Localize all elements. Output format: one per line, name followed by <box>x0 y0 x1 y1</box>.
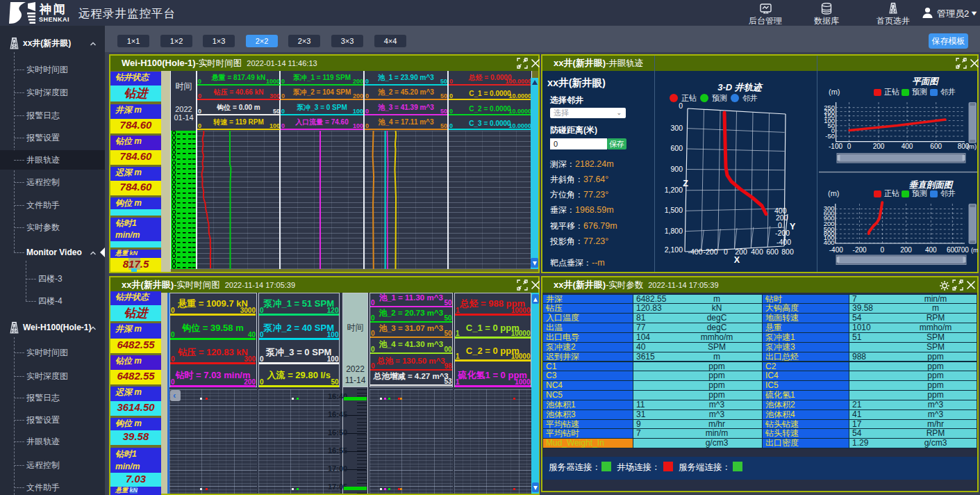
svg-text:0: 0 <box>881 246 885 254</box>
svg-text:1,500: 1,500 <box>665 206 683 214</box>
svg-text:200: 200 <box>900 246 912 254</box>
svg-text:Z: Z <box>683 179 688 188</box>
svg-text:(m): (m) <box>829 88 840 96</box>
svg-text:700: 700 <box>957 246 969 254</box>
svg-text:600: 600 <box>930 143 942 150</box>
svg-text:(m): (m) <box>828 189 840 197</box>
svg-text:正钻: 正钻 <box>681 94 697 102</box>
svg-text:(m): (m) <box>967 143 977 150</box>
svg-text:-400: -400 <box>829 246 843 254</box>
svg-text:预测: 预测 <box>712 94 727 102</box>
svg-text:预测: 预测 <box>912 189 927 197</box>
svg-text:Y: Y <box>790 222 796 232</box>
svg-text:X: X <box>734 255 740 265</box>
svg-text:平面图: 平面图 <box>912 76 939 86</box>
svg-text:-200: -200 <box>853 246 867 254</box>
svg-text:900: 900 <box>670 165 683 173</box>
svg-text:0: 0 <box>679 102 683 110</box>
svg-text:正钻: 正钻 <box>884 189 899 197</box>
svg-text:-100: -100 <box>829 143 842 150</box>
svg-text:垂直剖面图: 垂直剖面图 <box>909 180 954 190</box>
svg-text:正钻: 正钻 <box>884 88 899 96</box>
svg-text:预测: 预测 <box>912 88 927 96</box>
svg-text:400: 400 <box>902 143 913 150</box>
svg-text:600: 600 <box>670 144 683 152</box>
svg-text:300: 300 <box>670 124 683 132</box>
svg-text:400: 400 <box>925 246 937 254</box>
svg-text:-200: -200 <box>775 229 790 237</box>
svg-text:2,100: 2,100 <box>665 245 683 254</box>
svg-text:1,200: 1,200 <box>665 186 683 194</box>
svg-text:0: 0 <box>724 248 728 256</box>
svg-text:400: 400 <box>751 248 763 256</box>
svg-text:400: 400 <box>824 238 835 246</box>
svg-text:1,800: 1,800 <box>665 227 683 235</box>
svg-text:邻井: 邻井 <box>940 189 956 197</box>
svg-text:邻井: 邻井 <box>742 94 758 102</box>
svg-text:600: 600 <box>766 248 779 256</box>
svg-text:3-D 井轨迹: 3-D 井轨迹 <box>717 82 764 92</box>
svg-text:邻井: 邻井 <box>940 88 956 96</box>
svg-text:-400: -400 <box>688 248 702 256</box>
svg-text:-200: -200 <box>703 248 717 256</box>
svg-text:(m): (m) <box>971 246 978 254</box>
svg-text:-50: -50 <box>825 132 835 140</box>
svg-text:200: 200 <box>873 143 885 150</box>
svg-text:800: 800 <box>781 248 794 256</box>
svg-text:0: 0 <box>847 143 852 150</box>
svg-text:-400: -400 <box>776 238 791 246</box>
